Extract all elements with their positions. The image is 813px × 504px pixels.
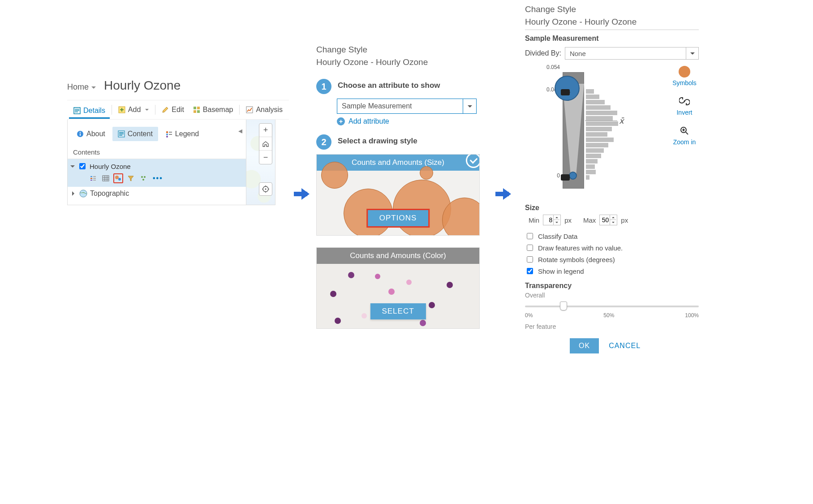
symbols-label: Symbols [672,79,697,86]
size-section: Size Min px Max px [525,204,699,225]
max-size-down[interactable] [610,220,616,225]
more-options-button[interactable]: ••• [151,174,163,182]
svg-rect-9 [246,107,253,113]
legend-icon [165,130,172,138]
min-size-down[interactable] [553,220,559,225]
basemap-icon [193,106,200,113]
zoom-in-button[interactable]: + [259,124,272,137]
show-legend-button[interactable] [88,173,98,183]
style-card-color[interactable]: Counts and Amounts (Color) SELECT [316,247,480,329]
details-button[interactable]: Details [69,105,110,119]
svg-rect-14 [119,132,124,133]
ok-button[interactable]: OK [570,338,599,353]
ramp-scale-lower: 0 [544,172,560,179]
chevron-right-icon[interactable] [72,191,77,196]
locate-button[interactable] [259,182,272,196]
attribute-select[interactable]: Sample Measurement [337,99,477,114]
divided-by-row: Divided By: None [525,47,699,60]
show-in-legend-checkbox[interactable]: Show in legend [525,267,699,276]
transparency-slider[interactable] [525,302,699,311]
rotate-symbols-checkbox[interactable]: Rotate symbols (degrees) [525,255,699,264]
svg-rect-2 [75,110,79,111]
tab-content-label: Content [128,130,153,138]
cluster-button[interactable] [138,173,148,183]
svg-point-32 [144,176,146,178]
max-label: Max [583,216,596,224]
tick-100: 100% [685,312,699,319]
divided-by-label: Divided By: [525,49,561,57]
add-attribute-button[interactable]: + Add attribute [337,117,489,125]
magnifier-icon [679,125,690,137]
min-size-input[interactable] [543,215,561,225]
show-table-button[interactable] [101,173,111,183]
style-card-size-preview: OPTIONS [317,171,479,235]
invert-button[interactable]: Invert [676,95,692,116]
ramp-lower-handle[interactable] [561,174,570,181]
basemap-button[interactable]: Basemap [189,104,238,116]
max-size-value[interactable] [600,216,610,224]
chevron-down-icon[interactable] [686,47,698,59]
locate-icon [262,185,270,193]
svg-point-36 [265,189,267,190]
divided-by-select[interactable]: None [565,47,699,60]
change-style-button[interactable] [113,173,123,183]
tick-0: 0% [525,312,533,319]
chevron-down-icon[interactable] [463,99,476,113]
style-card-color-preview: SELECT [317,264,479,328]
tab-legend[interactable]: Legend [160,127,204,141]
tab-about[interactable]: About [71,127,111,141]
draw-no-value-checkbox[interactable]: Draw features with no value. [525,243,699,252]
home-icon [262,140,269,147]
collapse-panel-button[interactable]: ◂ [238,126,242,136]
analysis-button[interactable]: Analysis [241,104,287,116]
ramp-upper-handle[interactable] [561,89,570,95]
transparency-heading: Transparency [525,282,699,290]
tab-content[interactable]: Content [112,127,158,141]
add-button[interactable]: Add [114,104,153,116]
svg-point-31 [141,176,143,178]
map-toolbar: Details Add Edit Basemap Analysis [67,100,289,120]
layer-visibility-checkbox[interactable] [79,163,86,169]
svg-rect-27 [93,180,96,181]
px-label: px [621,216,628,224]
style-card-size[interactable]: Counts and Amounts (Size) OPTIONS [316,154,480,236]
cancel-button[interactable]: CANCEL [609,342,641,350]
style-card-color-title: Counts and Amounts (Color) [317,248,479,264]
symbols-button[interactable]: Symbols [672,66,697,86]
svg-point-19 [166,134,168,135]
zoom-out-button[interactable]: − [259,151,272,164]
svg-rect-16 [119,135,122,136]
basemap-name-label: Topographic [90,190,129,198]
panel-subtitle: Hourly Ozone - Hourly Ozone [316,57,489,67]
info-icon [77,130,84,138]
panel-title: Change Style [525,4,699,14]
classify-data-checkbox[interactable]: Classify Data [525,232,699,241]
ramp-max-symbol [555,76,580,101]
breadcrumb: Home Hourly Ozone [67,78,289,93]
map-preview[interactable]: + − [246,120,275,205]
min-label: Min [529,216,539,224]
step-badge-1: 1 [316,79,331,94]
home-link[interactable]: Home [67,82,96,92]
filter-button[interactable] [126,173,136,183]
select-button[interactable]: SELECT [370,303,426,319]
max-size-up[interactable] [610,215,616,220]
options-button[interactable]: OPTIONS [368,210,429,226]
slider-thumb[interactable] [560,302,567,310]
max-size-input[interactable] [599,215,617,225]
symbol-circle-icon [679,66,690,78]
edit-button[interactable]: Edit [157,104,189,116]
options-checklist: Classify Data Draw features with no valu… [525,232,699,276]
home-extent-button[interactable] [259,137,272,151]
invert-label: Invert [676,109,692,116]
svg-rect-15 [119,134,124,134]
novalue-label: Draw features with no value. [538,244,623,252]
min-size-value[interactable] [543,216,553,224]
layer-item-basemap[interactable]: Topographic [68,187,246,200]
chevron-down-icon[interactable] [70,165,75,170]
layer-toolbar: ••• [88,173,241,183]
layer-item-hourly-ozone[interactable]: Hourly Ozone ••• [68,159,246,187]
min-size-up[interactable] [553,215,559,220]
zoom-in-ramp-button[interactable]: Zoom in [673,125,696,146]
histogram [586,73,631,190]
